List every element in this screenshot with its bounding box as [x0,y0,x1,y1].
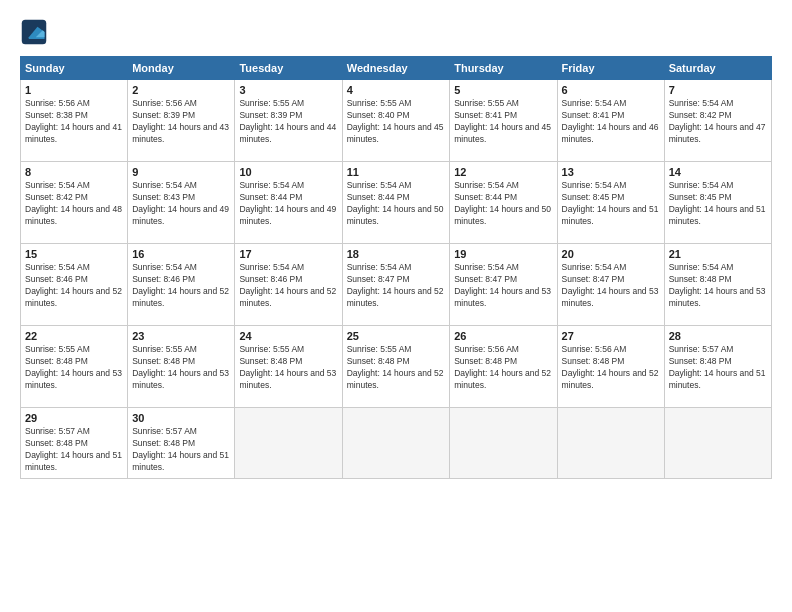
calendar-cell: 23 Sunrise: 5:55 AMSunset: 8:48 PMDaylig… [128,326,235,408]
day-info: Sunrise: 5:54 AMSunset: 8:47 PMDaylight:… [454,262,551,308]
day-number: 5 [454,84,552,96]
calendar-week-row: 8 Sunrise: 5:54 AMSunset: 8:42 PMDayligh… [21,162,772,244]
calendar-week-row: 1 Sunrise: 5:56 AMSunset: 8:38 PMDayligh… [21,80,772,162]
day-number: 22 [25,330,123,342]
day-info: Sunrise: 5:54 AMSunset: 8:47 PMDaylight:… [562,262,659,308]
calendar-cell [235,408,342,479]
calendar-cell: 8 Sunrise: 5:54 AMSunset: 8:42 PMDayligh… [21,162,128,244]
day-info: Sunrise: 5:54 AMSunset: 8:48 PMDaylight:… [669,262,766,308]
calendar-week-row: 29 Sunrise: 5:57 AMSunset: 8:48 PMDaylig… [21,408,772,479]
calendar-cell: 28 Sunrise: 5:57 AMSunset: 8:48 PMDaylig… [664,326,771,408]
calendar-cell: 25 Sunrise: 5:55 AMSunset: 8:48 PMDaylig… [342,326,449,408]
day-number: 18 [347,248,445,260]
day-number: 25 [347,330,445,342]
day-info: Sunrise: 5:54 AMSunset: 8:44 PMDaylight:… [347,180,444,226]
day-number: 11 [347,166,445,178]
calendar-week-row: 15 Sunrise: 5:54 AMSunset: 8:46 PMDaylig… [21,244,772,326]
day-number: 10 [239,166,337,178]
calendar-cell [342,408,449,479]
calendar-cell [450,408,557,479]
calendar-header-row: SundayMondayTuesdayWednesdayThursdayFrid… [21,57,772,80]
calendar-cell: 13 Sunrise: 5:54 AMSunset: 8:45 PMDaylig… [557,162,664,244]
calendar-cell: 7 Sunrise: 5:54 AMSunset: 8:42 PMDayligh… [664,80,771,162]
day-info: Sunrise: 5:56 AMSunset: 8:39 PMDaylight:… [132,98,229,144]
day-info: Sunrise: 5:54 AMSunset: 8:45 PMDaylight:… [669,180,766,226]
day-info: Sunrise: 5:54 AMSunset: 8:47 PMDaylight:… [347,262,444,308]
calendar-cell: 19 Sunrise: 5:54 AMSunset: 8:47 PMDaylig… [450,244,557,326]
calendar-cell: 14 Sunrise: 5:54 AMSunset: 8:45 PMDaylig… [664,162,771,244]
day-number: 9 [132,166,230,178]
calendar-cell: 22 Sunrise: 5:55 AMSunset: 8:48 PMDaylig… [21,326,128,408]
calendar-cell: 15 Sunrise: 5:54 AMSunset: 8:46 PMDaylig… [21,244,128,326]
day-info: Sunrise: 5:57 AMSunset: 8:48 PMDaylight:… [132,426,229,472]
day-number: 14 [669,166,767,178]
calendar-cell: 10 Sunrise: 5:54 AMSunset: 8:44 PMDaylig… [235,162,342,244]
day-info: Sunrise: 5:56 AMSunset: 8:48 PMDaylight:… [562,344,659,390]
day-info: Sunrise: 5:54 AMSunset: 8:42 PMDaylight:… [25,180,122,226]
day-number: 19 [454,248,552,260]
calendar-cell: 26 Sunrise: 5:56 AMSunset: 8:48 PMDaylig… [450,326,557,408]
calendar-cell: 18 Sunrise: 5:54 AMSunset: 8:47 PMDaylig… [342,244,449,326]
logo [20,18,52,46]
day-number: 21 [669,248,767,260]
day-info: Sunrise: 5:55 AMSunset: 8:40 PMDaylight:… [347,98,444,144]
header [20,18,772,46]
day-number: 12 [454,166,552,178]
calendar-col-header: Wednesday [342,57,449,80]
calendar-week-row: 22 Sunrise: 5:55 AMSunset: 8:48 PMDaylig… [21,326,772,408]
calendar-cell [557,408,664,479]
calendar-cell: 20 Sunrise: 5:54 AMSunset: 8:47 PMDaylig… [557,244,664,326]
calendar-cell: 1 Sunrise: 5:56 AMSunset: 8:38 PMDayligh… [21,80,128,162]
day-info: Sunrise: 5:56 AMSunset: 8:48 PMDaylight:… [454,344,551,390]
day-number: 1 [25,84,123,96]
day-number: 4 [347,84,445,96]
day-info: Sunrise: 5:55 AMSunset: 8:39 PMDaylight:… [239,98,336,144]
day-number: 20 [562,248,660,260]
calendar-cell: 29 Sunrise: 5:57 AMSunset: 8:48 PMDaylig… [21,408,128,479]
calendar-cell: 21 Sunrise: 5:54 AMSunset: 8:48 PMDaylig… [664,244,771,326]
calendar-table: SundayMondayTuesdayWednesdayThursdayFrid… [20,56,772,479]
day-info: Sunrise: 5:57 AMSunset: 8:48 PMDaylight:… [25,426,122,472]
day-number: 13 [562,166,660,178]
day-info: Sunrise: 5:57 AMSunset: 8:48 PMDaylight:… [669,344,766,390]
day-info: Sunrise: 5:54 AMSunset: 8:46 PMDaylight:… [239,262,336,308]
calendar-col-header: Monday [128,57,235,80]
day-info: Sunrise: 5:54 AMSunset: 8:45 PMDaylight:… [562,180,659,226]
day-number: 16 [132,248,230,260]
day-number: 24 [239,330,337,342]
day-info: Sunrise: 5:54 AMSunset: 8:44 PMDaylight:… [239,180,336,226]
day-info: Sunrise: 5:54 AMSunset: 8:43 PMDaylight:… [132,180,229,226]
day-info: Sunrise: 5:55 AMSunset: 8:48 PMDaylight:… [239,344,336,390]
day-number: 28 [669,330,767,342]
calendar-col-header: Saturday [664,57,771,80]
day-number: 7 [669,84,767,96]
calendar-col-header: Thursday [450,57,557,80]
day-number: 26 [454,330,552,342]
day-info: Sunrise: 5:54 AMSunset: 8:42 PMDaylight:… [669,98,766,144]
calendar-cell: 4 Sunrise: 5:55 AMSunset: 8:40 PMDayligh… [342,80,449,162]
day-number: 23 [132,330,230,342]
day-number: 6 [562,84,660,96]
calendar-col-header: Tuesday [235,57,342,80]
calendar-cell [664,408,771,479]
logo-icon [20,18,48,46]
calendar-cell: 2 Sunrise: 5:56 AMSunset: 8:39 PMDayligh… [128,80,235,162]
day-info: Sunrise: 5:54 AMSunset: 8:46 PMDaylight:… [25,262,122,308]
day-info: Sunrise: 5:55 AMSunset: 8:48 PMDaylight:… [347,344,444,390]
calendar-cell: 30 Sunrise: 5:57 AMSunset: 8:48 PMDaylig… [128,408,235,479]
day-number: 29 [25,412,123,424]
calendar-cell: 17 Sunrise: 5:54 AMSunset: 8:46 PMDaylig… [235,244,342,326]
day-info: Sunrise: 5:56 AMSunset: 8:38 PMDaylight:… [25,98,122,144]
calendar-cell: 24 Sunrise: 5:55 AMSunset: 8:48 PMDaylig… [235,326,342,408]
calendar-cell: 12 Sunrise: 5:54 AMSunset: 8:44 PMDaylig… [450,162,557,244]
day-info: Sunrise: 5:54 AMSunset: 8:41 PMDaylight:… [562,98,659,144]
calendar-cell: 27 Sunrise: 5:56 AMSunset: 8:48 PMDaylig… [557,326,664,408]
day-number: 17 [239,248,337,260]
day-number: 27 [562,330,660,342]
day-number: 8 [25,166,123,178]
day-number: 3 [239,84,337,96]
calendar-cell: 3 Sunrise: 5:55 AMSunset: 8:39 PMDayligh… [235,80,342,162]
calendar-cell: 11 Sunrise: 5:54 AMSunset: 8:44 PMDaylig… [342,162,449,244]
page: SundayMondayTuesdayWednesdayThursdayFrid… [0,0,792,612]
day-info: Sunrise: 5:55 AMSunset: 8:48 PMDaylight:… [132,344,229,390]
